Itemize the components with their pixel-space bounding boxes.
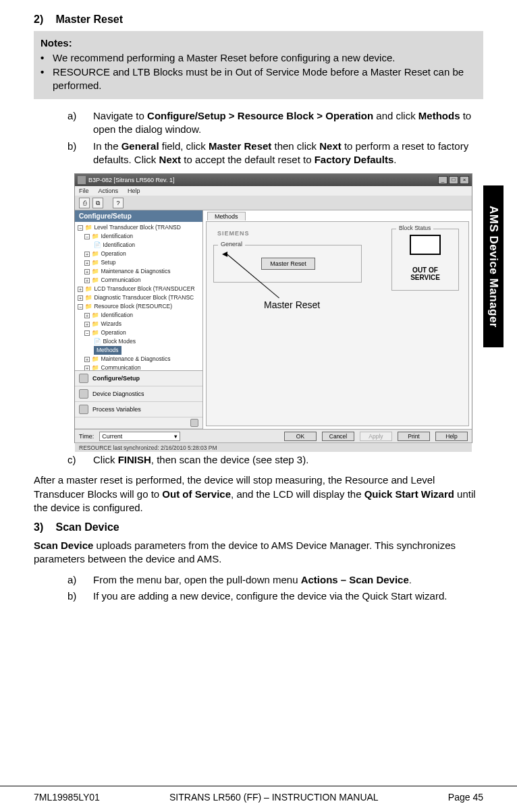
window-title: B3P-082 [Sitrans LR560 Rev. 1] (88, 177, 174, 183)
notes-item-2: •RESOURCE and LTB Blocks must be in Out … (40, 65, 477, 93)
section-3-title: Scan Device (55, 521, 119, 533)
print-button[interactable]: Print (398, 432, 430, 441)
nav-collapsed-row (75, 417, 202, 429)
page-content: 2) Master Reset Notes: •We recommend per… (0, 0, 517, 762)
scan-device-intro: Scan Device uploads parameters from the … (34, 539, 483, 567)
statusbar: RESOURCE last synchronized: 2/16/2010 5:… (75, 442, 472, 452)
step-3b: b) If you are adding a new device, confi… (67, 589, 483, 603)
print-icon[interactable]: ⎙ (79, 198, 90, 208)
screenshot-window: B3P-082 [Sitrans LR560 Rev. 1] _ □ × Fil… (74, 173, 472, 443)
cancel-button[interactable]: Cancel (322, 432, 354, 441)
app-icon (78, 176, 86, 184)
sidebar: Configure/Setup −📁 Level Transducer Bloc… (75, 210, 203, 429)
tab-methods[interactable]: Methods (207, 212, 246, 221)
nav-device-diagnostics[interactable]: Device Diagnostics (75, 386, 202, 402)
general-groupbox: General Master Reset (213, 245, 362, 283)
master-reset-button[interactable]: Master Reset (261, 258, 315, 270)
oos-text-2: SERVICE (392, 274, 458, 282)
ok-button[interactable]: OK (284, 432, 317, 441)
sidebar-nav: Configure/Setup Device Diagnostics Proce… (75, 370, 202, 429)
nav-process-variables[interactable]: Process Variables (75, 402, 202, 417)
wrench-icon (79, 374, 88, 383)
apply-button: Apply (360, 432, 392, 441)
notes-box: Notes: •We recommend performing a Master… (34, 31, 483, 99)
bottom-toolbar: Time: Current ▾ OK Cancel Apply Print He… (75, 429, 472, 442)
oos-text-1: OUT OF (392, 267, 458, 274)
main-panel: Methods SIEMENS General Master Reset Blo… (203, 210, 472, 429)
chevron-down-icon: ▾ (174, 433, 178, 440)
after-reset-paragraph: After a master reset is performed, the d… (34, 473, 483, 515)
step-3a: a) From the menu bar, open the pull-down… (67, 573, 483, 587)
footer-page-number: Page 45 (448, 792, 483, 803)
nav-configure-setup[interactable]: Configure/Setup (75, 371, 202, 386)
step-2c: c) Click FINISH, then scan the device (s… (67, 453, 483, 467)
section-2-heading: 2) Master Reset (34, 13, 483, 26)
toolbar: ⎙ ⧉ ? (75, 196, 472, 210)
nav-small-icon[interactable] (190, 419, 198, 427)
section-2-steps: a) Navigate to Configure/Setup > Resourc… (67, 109, 483, 167)
nav-tree[interactable]: −📁 Level Transducer Block (TRANSD −📁 Ide… (75, 222, 202, 370)
out-of-service-icon (408, 235, 443, 266)
callout-label: Master Reset (264, 299, 320, 310)
section-2-title: Master Reset (55, 13, 123, 25)
step-2b: b) In the General field, click Master Re… (67, 140, 483, 167)
notes-item-1: •We recommend performing a Master Reset … (40, 51, 477, 65)
sidebar-header: Configure/Setup (75, 210, 202, 222)
variables-icon (79, 405, 88, 414)
section-3-number: 3) (34, 521, 53, 533)
close-button[interactable]: × (460, 176, 469, 184)
minimize-button[interactable]: _ (438, 176, 447, 184)
diagnostics-icon (79, 389, 88, 399)
copy-icon[interactable]: ⧉ (92, 198, 103, 208)
footer-doc-number: 7ML19985LY01 (34, 792, 100, 803)
footer-manual-title: SITRANS LR560 (FF) – INSTRUCTION MANUAL (169, 792, 379, 803)
section-2-number: 2) (34, 13, 53, 26)
help-button[interactable]: Help (435, 432, 468, 441)
page-footer: 7ML19985LY01 SITRANS LR560 (FF) – INSTRU… (0, 786, 517, 812)
maximize-button[interactable]: □ (449, 176, 458, 184)
menubar: File Actions Help (75, 186, 472, 196)
menu-actions[interactable]: Actions (99, 187, 119, 194)
section-2-steps-cont: c) Click FINISH, then scan the device (s… (67, 453, 483, 467)
time-label: Time: (79, 433, 94, 440)
notes-heading: Notes: (40, 36, 477, 50)
menu-file[interactable]: File (79, 187, 89, 194)
section-3-steps: a) From the menu bar, open the pull-down… (67, 573, 483, 604)
menu-help[interactable]: Help (128, 187, 140, 194)
block-status-label: Block Status (396, 225, 433, 231)
help-icon[interactable]: ? (113, 198, 124, 208)
general-label: General (218, 241, 245, 248)
tree-selected-methods[interactable]: Methods (94, 346, 121, 355)
step-2a: a) Navigate to Configure/Setup > Resourc… (67, 109, 483, 137)
window-titlebar: B3P-082 [Sitrans LR560 Rev. 1] _ □ × (75, 174, 472, 186)
block-status-box: Block Status OUT OF SERVICE (391, 229, 459, 291)
siemens-logo: SIEMENS (217, 230, 250, 237)
section-3-heading: 3) Scan Device (34, 521, 483, 533)
time-select[interactable]: Current ▾ (99, 432, 180, 441)
